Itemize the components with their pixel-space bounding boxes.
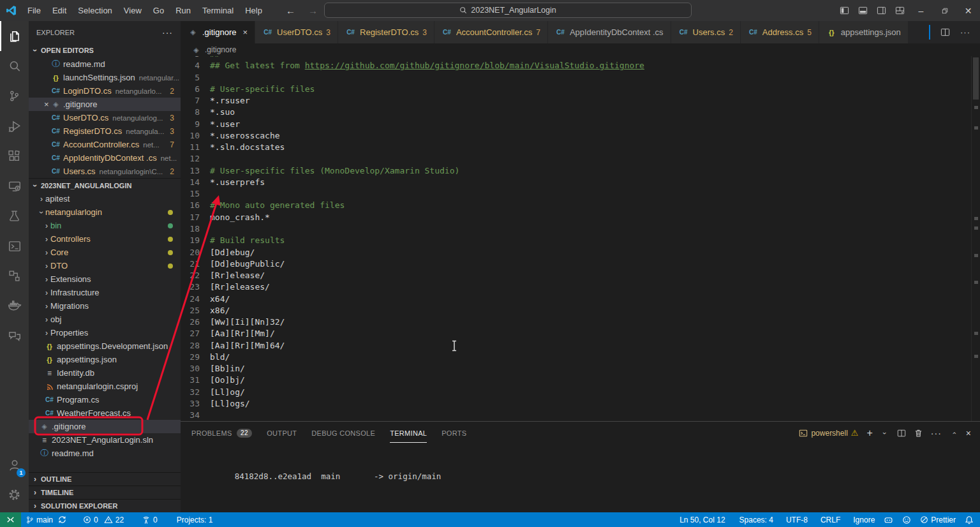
indentation-item[interactable]: Spaces: 4 [735, 512, 778, 527]
eol-item[interactable]: CRLF [816, 512, 845, 527]
more-actions-icon[interactable]: ··· [960, 27, 970, 37]
tab-.gitignore[interactable]: ◈.gitignore × [181, 21, 255, 43]
terminal-output[interactable]: 84182d8..e2ea1ad main -> origin/main Upd… [181, 444, 980, 512]
toggle-secondary-sidebar-icon[interactable] [872, 0, 891, 21]
activity-search[interactable] [0, 51, 29, 81]
tree-item-bin[interactable]: ›bin [29, 219, 181, 232]
tab-appsettings.json[interactable]: {}appsettings.json [819, 21, 909, 43]
toggle-primary-sidebar-icon[interactable] [835, 0, 854, 21]
panel-tab-output[interactable]: OUTPUT [267, 422, 297, 444]
tree-item-Identity.db[interactable]: ≡Identity.db [29, 366, 181, 380]
menu-go[interactable]: Go [147, 0, 170, 21]
open-editor-RegisterDTO.cs[interactable]: C# RegisterDTO.cs netangula... 3 [29, 124, 181, 138]
open-editor-launchSettings.json[interactable]: {} launchSettings.json netangular... [29, 71, 181, 84]
menu-view[interactable]: View [118, 0, 147, 21]
tree-item-WeatherForecast.cs[interactable]: C#WeatherForecast.cs [29, 406, 181, 420]
editor-scrollbar[interactable] [971, 56, 980, 421]
tab-Address.cs[interactable]: C#Address.cs 5 [741, 21, 819, 43]
toggle-panel-icon[interactable] [854, 0, 872, 21]
menu-file[interactable]: File [22, 0, 47, 21]
new-terminal-icon[interactable]: + [866, 427, 872, 439]
copilot-icon[interactable] [879, 512, 898, 527]
encoding-item[interactable]: UTF-8 [782, 512, 812, 527]
language-mode-item[interactable]: Ignore [849, 512, 879, 527]
tree-item-2023NET_AngularLogin.sln[interactable]: ≡2023NET_AngularLogin.sln [29, 433, 181, 447]
activity-run-debug[interactable] [0, 111, 29, 141]
chevron-down-icon[interactable]: › [881, 429, 889, 437]
back-arrow-icon[interactable]: ← [286, 5, 295, 16]
activity-explorer[interactable] [0, 21, 29, 51]
tree-item-netangularlogin[interactable]: ›netangularlogin [29, 205, 181, 219]
panel-tab-debug-console[interactable]: DEBUG CONSOLE [311, 422, 375, 444]
tree-item-Migrations[interactable]: ›Migrations [29, 299, 181, 313]
tree-item-netangularlogin.csproj[interactable]: netangularlogin.csproj [29, 380, 181, 393]
menu-terminal[interactable]: Terminal [197, 0, 239, 21]
menu-edit[interactable]: Edit [47, 0, 72, 21]
tree-item-.gitignore[interactable]: ◈.gitignore [29, 420, 181, 433]
tree-item-DTO[interactable]: ›DTO [29, 259, 181, 272]
activity-testing[interactable] [0, 201, 29, 231]
section-outline[interactable]: ›OUTLINE [29, 472, 181, 486]
open-editors-header[interactable]: › OPEN EDITORS [29, 43, 181, 57]
panel-tab-problems[interactable]: PROBLEMS 22 [191, 422, 252, 444]
problems-item[interactable]: 0 22 [78, 512, 128, 527]
project-section-header[interactable]: › 2023NET_ANGULARLOGIN [29, 178, 181, 192]
activity-extensions[interactable] [0, 141, 29, 171]
tab-RegisterDTO.cs[interactable]: C#RegisterDTO.cs 3 [338, 21, 434, 43]
forward-arrow-icon[interactable]: → [308, 5, 318, 16]
more-actions-icon[interactable]: ··· [931, 428, 942, 438]
menu-run[interactable]: Run [170, 0, 197, 21]
open-editor-AppIdentityDbContext .cs[interactable]: C# AppIdentityDbContext .cs net... [29, 151, 181, 165]
customize-layout-icon[interactable] [891, 0, 909, 21]
tree-item-Properties[interactable]: ›Properties [29, 326, 181, 339]
tab-AppIdentityDbContext .cs[interactable]: C#AppIdentityDbContext .cs [548, 21, 671, 43]
tree-item-apitest[interactable]: ›apitest [29, 192, 181, 205]
tree-item-readme.md[interactable]: ⓘreadme.md [29, 447, 181, 460]
settings-gear-icon[interactable] [0, 480, 29, 510]
remote-indicator[interactable] [0, 512, 21, 527]
menu-selection[interactable]: Selection [72, 0, 117, 21]
activity-docker[interactable] [0, 291, 29, 321]
tree-item-Core[interactable]: ›Core [29, 246, 181, 259]
panel-tab-ports[interactable]: PORTS [442, 422, 466, 444]
cursor-position-item[interactable]: Ln 50, Col 12 [675, 512, 729, 527]
activity-object-references[interactable] [0, 261, 29, 291]
open-editor-LoginDTO.cs[interactable]: C# LoginDTO.cs netangularlo... 2 [29, 84, 181, 98]
breadcrumb[interactable]: ◈ .gitignore [181, 43, 980, 56]
git-branch-item[interactable]: main [21, 512, 71, 527]
close-icon[interactable]: × [44, 100, 49, 109]
prettier-item[interactable]: Prettier [916, 512, 960, 527]
section-solution-explorer[interactable]: ›SOLUTION EXPLORER [29, 499, 181, 512]
tree-item-appsettings.json[interactable]: {}appsettings.json [29, 353, 181, 366]
menu-help[interactable]: Help [239, 0, 268, 21]
terminal-shell-item[interactable]: powershell ⚠ [799, 428, 858, 438]
feedback-smiley-icon[interactable] [898, 512, 916, 527]
split-terminal-icon[interactable] [897, 429, 906, 438]
tree-item-Program.cs[interactable]: C#Program.cs [29, 393, 181, 406]
account-icon[interactable]: 1 [0, 450, 29, 480]
open-editor-Users.cs[interactable]: C# Users.cs netangularlogin\C... 2 [29, 165, 181, 178]
activity-source-control[interactable] [0, 81, 29, 111]
activity-external-terminal[interactable] [0, 231, 29, 261]
section-timeline[interactable]: ›TIMELINE [29, 486, 181, 499]
tree-item-Extensions[interactable]: ›Extensions [29, 272, 181, 286]
tree-item-Infrastructure[interactable]: ›Infrastructure [29, 286, 181, 299]
open-editor-AccountController.cs[interactable]: C# AccountController.cs net... 7 [29, 138, 181, 151]
restore-icon[interactable] [933, 0, 956, 21]
notifications-bell-icon[interactable] [960, 512, 980, 527]
command-center-search[interactable]: 2023NET_AngularLogin [324, 3, 692, 18]
tree-item-appsettings.Development.json[interactable]: {}appsettings.Development.json [29, 339, 181, 353]
tree-item-Controllers[interactable]: ›Controllers [29, 232, 181, 246]
close-icon[interactable]: × [242, 27, 248, 37]
close-icon[interactable]: ✕ [956, 0, 980, 21]
more-actions-icon[interactable]: ··· [162, 27, 173, 38]
code-editor[interactable]: 3## 4## Get latest from https://github.c… [181, 56, 980, 421]
split-editor-icon[interactable] [940, 27, 950, 37]
open-editor-UserDTO.cs[interactable]: C# UserDTO.cs netangularlog... 3 [29, 111, 181, 124]
tab-Users.cs[interactable]: C#Users.cs 2 [671, 21, 741, 43]
activity-comments[interactable] [0, 321, 29, 351]
tab-UserDTO.cs[interactable]: C#UserDTO.cs 3 [255, 21, 338, 43]
panel-tab-terminal[interactable]: TERMINAL [390, 422, 427, 444]
activity-remote-explorer[interactable] [0, 171, 29, 201]
scrollbar-thumb[interactable] [973, 57, 979, 100]
